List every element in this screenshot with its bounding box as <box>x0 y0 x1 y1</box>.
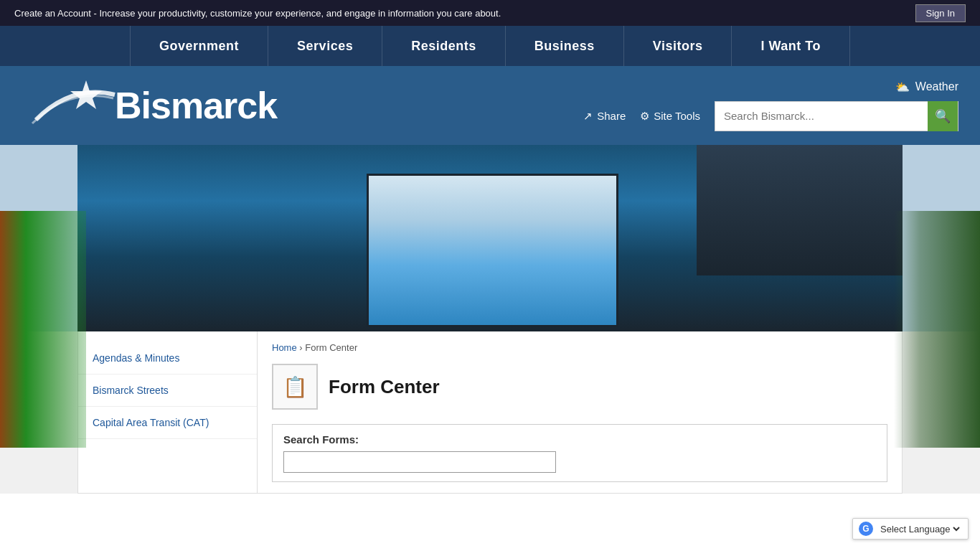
sidebar-item-agendas[interactable]: Agendas & Minutes <box>78 342 257 375</box>
breadcrumb-separator: › <box>299 342 302 353</box>
language-select[interactable]: Select Language <box>877 523 962 535</box>
header-right: ⛅ Weather ↗ Share ⚙ Site Tools 🔍 <box>583 80 958 131</box>
main-content: Agendas & Minutes Bismarck Streets Capit… <box>77 331 903 494</box>
sidebar: Agendas & Minutes Bismarck Streets Capit… <box>78 331 258 493</box>
search-button[interactable]: 🔍 <box>928 101 958 131</box>
site-tools-button[interactable]: ⚙ Site Tools <box>640 110 700 123</box>
header-area: Bismarck ⛅ Weather ↗ Share ⚙ Site Tools <box>0 66 980 145</box>
nav-item-visitors[interactable]: Visitors <box>624 26 732 66</box>
breadcrumb: Home › Form Center <box>272 342 887 353</box>
sidebar-item-cat[interactable]: Capital Area Transit (CAT) <box>78 407 257 439</box>
search-input[interactable] <box>715 110 928 122</box>
google-translate-icon: G <box>859 522 873 536</box>
main-nav: Government Services Residents Business V… <box>130 26 850 66</box>
page-title: Form Center <box>329 376 440 398</box>
breadcrumb-home[interactable]: Home <box>272 342 297 353</box>
nav-item-residents[interactable]: Residents <box>382 26 506 66</box>
share-icon: ↗ <box>583 110 593 123</box>
banner-message: Create an Account - Increase your produc… <box>14 8 501 19</box>
search-forms-input[interactable] <box>283 451 556 473</box>
page-header: 📋 Form Center <box>272 364 887 410</box>
weather-row[interactable]: ⛅ Weather <box>895 80 958 94</box>
language-selector[interactable]: G Select Language <box>852 518 969 540</box>
search-icon: 🔍 <box>935 108 951 124</box>
form-icon-symbol: 📋 <box>283 375 308 399</box>
gear-icon: ⚙ <box>640 110 649 123</box>
nav-bar: Government Services Residents Business V… <box>0 26 980 66</box>
page-content: Home › Form Center 📋 Form Center Search … <box>258 331 902 493</box>
nav-item-government[interactable]: Government <box>130 26 268 66</box>
weather-icon: ⛅ <box>895 80 910 94</box>
logo-swoosh <box>22 77 122 134</box>
hero-wrapper <box>0 145 980 331</box>
weather-label: Weather <box>915 80 958 93</box>
sidebar-item-streets[interactable]: Bismarck Streets <box>78 375 257 407</box>
trees-right-decoration <box>894 211 980 448</box>
top-banner: Create an Account - Increase your produc… <box>0 0 980 26</box>
nav-item-business[interactable]: Business <box>506 26 624 66</box>
logo-area: Bismarck <box>22 77 277 134</box>
search-forms-label: Search Forms: <box>283 433 876 446</box>
sign-in-button[interactable]: Sign In <box>915 4 966 22</box>
form-center-icon: 📋 <box>272 364 318 410</box>
logo-text: Bismarck <box>115 87 277 124</box>
nav-item-i-want-to[interactable]: I Want To <box>732 26 849 66</box>
share-button[interactable]: ↗ Share <box>583 110 626 123</box>
search-forms-section: Search Forms: <box>272 424 887 482</box>
tools-row: ↗ Share ⚙ Site Tools 🔍 <box>583 101 958 131</box>
trees-left-decoration <box>0 211 86 448</box>
breadcrumb-current: Form Center <box>305 342 357 353</box>
hero-image <box>77 145 903 331</box>
hero-building <box>77 145 903 331</box>
search-box: 🔍 <box>715 101 958 131</box>
nav-item-services[interactable]: Services <box>268 26 382 66</box>
